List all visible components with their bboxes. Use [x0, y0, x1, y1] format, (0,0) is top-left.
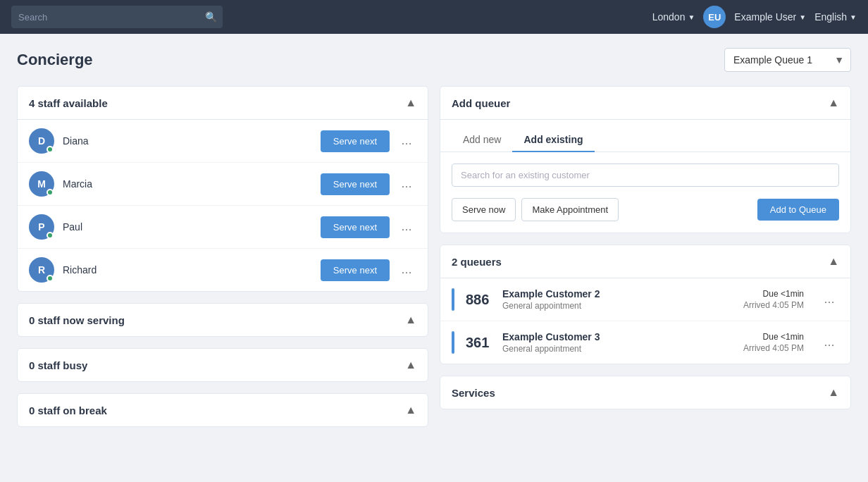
add-queuer-title: Add queuer: [452, 97, 510, 109]
search-input[interactable]: [11, 6, 223, 28]
queuer-arrived-886: Arrived 4:05 PM: [743, 300, 804, 310]
staff-busy-collapse-button[interactable]: ▲: [405, 359, 416, 371]
queuer-name-361: Example Customer 3: [502, 331, 735, 342]
search-customer-input[interactable]: [452, 163, 839, 187]
queuer-name-886: Example Customer 2: [502, 288, 735, 299]
staff-row-paul: P Paul Serve next …: [18, 206, 428, 249]
staff-serving-title: 0 staff now serving: [29, 314, 125, 326]
nav-language[interactable]: English ▼: [814, 11, 857, 23]
staff-busy-header[interactable]: 0 staff busy ▲: [18, 349, 428, 381]
staff-serving-panel: 0 staff now serving ▲: [17, 303, 428, 337]
tab-add-new[interactable]: Add new: [452, 128, 512, 152]
left-column: 4 staff available ▲ D Diana Serve next …: [17, 86, 428, 438]
add-queuer-collapse-button[interactable]: ▲: [828, 97, 839, 109]
queuer-row-361: 361 Example Customer 3 General appointme…: [440, 321, 850, 364]
queuer-due-886: Due <1min: [743, 289, 804, 299]
queuer-timing-361: Due <1min Arrived 4:05 PM: [743, 332, 804, 353]
services-title: Services: [452, 387, 495, 399]
make-appointment-button[interactable]: Make Appointment: [521, 198, 619, 221]
queuer-bar-361: [452, 331, 454, 354]
queuer-info-886: Example Customer 2 General appointment: [502, 288, 735, 311]
queuer-number-886: 886: [466, 292, 494, 308]
online-indicator-richard: [46, 275, 54, 282]
queuer-number-361: 361: [466, 335, 494, 351]
staff-row-diana: D Diana Serve next …: [18, 120, 428, 163]
more-options-richard-button[interactable]: …: [397, 261, 416, 279]
avatar-diana: D: [29, 128, 54, 154]
staff-serving-collapse-button[interactable]: ▲: [405, 314, 416, 326]
services-header[interactable]: Services ▲: [440, 376, 850, 409]
nav-user[interactable]: Example User ▼: [734, 11, 806, 23]
search-icon-button[interactable]: 🔍: [205, 11, 217, 23]
top-nav: 🔍 London ▼ EU Example User ▼ English ▼: [0, 0, 868, 34]
avatar-richard: R: [29, 257, 54, 283]
serve-next-marcia-button[interactable]: Serve next: [321, 173, 390, 195]
avatar-marcia: M: [29, 171, 54, 197]
page-title: Concierge: [17, 51, 93, 69]
serve-next-richard-button[interactable]: Serve next: [321, 259, 390, 281]
more-options-361-button[interactable]: …: [819, 333, 839, 352]
more-options-diana-button[interactable]: …: [397, 132, 416, 150]
services-panel: Services ▲: [440, 376, 851, 409]
staff-name-paul: Paul: [63, 221, 321, 233]
add-queuer-actions: Serve now Make Appointment Add to Queue: [452, 198, 839, 221]
queuer-bar-886: [452, 288, 454, 311]
tab-add-existing[interactable]: Add existing: [512, 128, 594, 152]
serve-now-button[interactable]: Serve now: [452, 198, 516, 221]
avatar: EU: [703, 6, 726, 28]
more-options-886-button[interactable]: …: [819, 290, 839, 309]
right-column: Add queuer ▲ Add new Add existing Serve …: [440, 86, 851, 421]
queuer-info-361: Example Customer 3 General appointment: [502, 331, 735, 354]
search-container: 🔍: [11, 6, 223, 28]
queue-select[interactable]: Example Queue 1: [724, 48, 851, 72]
queuer-timing-886: Due <1min Arrived 4:05 PM: [743, 289, 804, 310]
online-indicator-marcia: [46, 189, 54, 196]
page-container: Concierge Example Queue 1 ▼ 4 staff avai…: [0, 34, 868, 452]
staff-serving-header[interactable]: 0 staff now serving ▲: [18, 304, 428, 336]
staff-break-panel: 0 staff on break ▲: [17, 393, 428, 427]
staff-name-richard: Richard: [63, 264, 321, 276]
services-collapse-button[interactable]: ▲: [828, 386, 839, 399]
staff-break-header[interactable]: 0 staff on break ▲: [18, 394, 428, 426]
staff-row-richard: R Richard Serve next …: [18, 249, 428, 291]
queuer-due-361: Due <1min: [743, 332, 804, 342]
two-column-layout: 4 staff available ▲ D Diana Serve next …: [17, 86, 851, 438]
staff-break-collapse-button[interactable]: ▲: [405, 404, 416, 416]
online-indicator-diana: [46, 146, 54, 153]
staff-busy-title: 0 staff busy: [29, 359, 87, 371]
staff-name-marcia: Marcia: [63, 178, 321, 190]
staff-available-panel: 4 staff available ▲ D Diana Serve next …: [17, 86, 428, 292]
staff-available-title: 4 staff available: [29, 97, 108, 109]
staff-busy-panel: 0 staff busy ▲: [17, 348, 428, 382]
staff-name-diana: Diana: [63, 135, 321, 147]
queuer-arrived-361: Arrived 4:05 PM: [743, 343, 804, 353]
add-queuer-header[interactable]: Add queuer ▲: [440, 87, 850, 120]
add-queuer-panel: Add queuer ▲ Add new Add existing Serve …: [440, 86, 851, 233]
queuer-type-361: General appointment: [502, 344, 735, 354]
staff-available-collapse-button[interactable]: ▲: [405, 97, 416, 109]
location-caret-icon: ▼: [688, 13, 695, 21]
add-queuer-left-buttons: Serve now Make Appointment: [452, 198, 619, 221]
add-queuer-tabs: Add new Add existing: [440, 120, 850, 152]
queuers-collapse-button[interactable]: ▲: [828, 255, 839, 268]
queuers-header[interactable]: 2 queuers ▲: [440, 245, 850, 278]
page-header: Concierge Example Queue 1 ▼: [17, 48, 851, 72]
staff-break-title: 0 staff on break: [29, 404, 107, 416]
queuer-row-886: 886 Example Customer 2 General appointme…: [440, 278, 850, 321]
serve-next-diana-button[interactable]: Serve next: [321, 130, 390, 152]
more-options-marcia-button[interactable]: …: [397, 175, 416, 193]
staff-row-marcia: M Marcia Serve next …: [18, 163, 428, 206]
lang-caret-icon: ▼: [850, 13, 857, 21]
queuer-type-886: General appointment: [502, 301, 735, 311]
add-queuer-body: Serve now Make Appointment Add to Queue: [440, 152, 850, 233]
add-to-queue-button[interactable]: Add to Queue: [757, 199, 839, 221]
staff-list: D Diana Serve next … M Marcia Serve: [18, 120, 428, 291]
queuers-panel: 2 queuers ▲ 886 Example Customer 2 Gener…: [440, 245, 851, 364]
serve-next-paul-button[interactable]: Serve next: [321, 216, 390, 238]
user-caret-icon: ▼: [799, 13, 806, 21]
nav-location[interactable]: London ▼: [652, 11, 695, 23]
avatar-paul: P: [29, 214, 54, 240]
staff-available-header[interactable]: 4 staff available ▲: [18, 87, 428, 120]
more-options-paul-button[interactable]: …: [397, 218, 416, 236]
online-indicator-paul: [46, 232, 54, 239]
